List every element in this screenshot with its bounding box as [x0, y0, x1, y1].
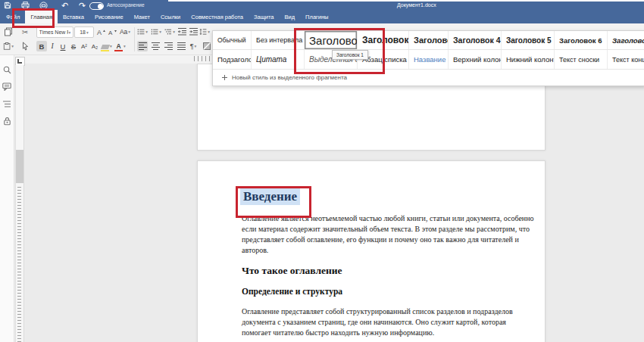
style-endnote-text[interactable]: Текст концевой сноски [608, 50, 644, 69]
new-style-label: Новый стиль из выделенного фрагмента [232, 74, 347, 81]
copy-button[interactable] [3, 26, 14, 37]
style-footnote-text[interactable]: Текст сноски [555, 50, 608, 69]
paragraph-line: если материал содержит значительный объе… [242, 224, 534, 235]
autosave-toggle[interactable] [89, 2, 104, 10]
font-name-select[interactable]: Times New Roman [36, 26, 73, 38]
paragraph-line: представляет собой оглавление, его функц… [242, 235, 534, 245]
paragraph-line: Оглавление является неотъемлемой частью … [242, 213, 534, 224]
tab-layout[interactable]: Макет [129, 10, 155, 23]
font-name-value: Times New Roman [39, 30, 68, 35]
top-bar: ↶ ↷ Автосохранение Документ1.docx Файл Г… [0, 0, 644, 23]
bullet-list-icon[interactable] [137, 26, 148, 37]
horizontal-ruler [194, 56, 211, 61]
numbered-list-icon[interactable] [151, 26, 161, 37]
style-heading-4[interactable]: Заголовок 4 [449, 31, 502, 49]
tab-plugins[interactable]: Плагины [300, 10, 333, 23]
tab-file[interactable]: Файл [1, 10, 25, 23]
print-icon[interactable] [21, 2, 30, 9]
window-top-strip [168, 0, 644, 2]
navigation-headings-icon[interactable] [2, 99, 11, 108]
change-case-icon[interactable]: Aa [118, 26, 132, 37]
styles-gallery-panel: Обычный Без интервала Заголовок 1 Заголо… [212, 30, 644, 86]
plus-icon [222, 75, 227, 80]
doc-heading-3: Определение и структура [242, 287, 342, 296]
new-style-button[interactable]: Новый стиль из выделенного фрагмента [213, 70, 644, 86]
quick-print-icon[interactable] [39, 2, 48, 9]
doc-paragraph-1: Оглавление является неотъемлемой частью … [242, 213, 534, 256]
left-panel [0, 54, 14, 342]
increase-indent-icon[interactable] [188, 26, 199, 37]
style-heading-2[interactable]: Заголовок 2 [358, 31, 409, 49]
doc-paragraph-2: Оглавление представляет собой структурир… [242, 306, 513, 338]
paragraph-line: Оглавление представляет собой структурир… [242, 306, 513, 317]
style-no-spacing[interactable]: Без интервала [252, 31, 305, 49]
font-size-select[interactable]: 18 [74, 26, 94, 38]
style-subtitle[interactable]: Подзаголовок [213, 50, 252, 69]
subscript-button[interactable]: A₂ [89, 41, 100, 51]
style-normal[interactable]: Обычный [213, 31, 252, 49]
tab-home[interactable]: Главная [25, 10, 58, 23]
svg-text:A: A [108, 30, 113, 36]
decrease-font-icon[interactable]: A [107, 26, 117, 37]
align-right-button[interactable] [163, 41, 174, 51]
shading-icon[interactable] [202, 41, 212, 51]
doc-heading-1: Введение [240, 188, 300, 205]
font-color-icon[interactable]: A [114, 41, 126, 51]
autosave-label: Автосохранение [107, 2, 145, 8]
font-size-value: 18 [80, 30, 86, 35]
select-tool-icon[interactable] [20, 41, 30, 51]
vertical-ruler [15, 65, 24, 342]
underline-button[interactable]: U [58, 41, 68, 51]
style-heading-6[interactable]: Заголовок 6 [555, 31, 608, 49]
style-heading-3[interactable]: Заголовок 3 [409, 31, 449, 49]
tab-references[interactable]: Ссылки [155, 10, 186, 23]
ribbon-tabs: Файл Главная Вставка Рисование Макет Ссы… [0, 10, 334, 23]
line-spacing-icon[interactable] [199, 26, 210, 37]
style-tooltip: Заголовок 1 [332, 50, 368, 60]
page-2[interactable]: Введение Оглавление является неотъемлемо… [197, 160, 546, 342]
style-footer[interactable]: Нижний колонтитул [502, 50, 555, 69]
search-icon[interactable] [2, 65, 11, 74]
tab-view[interactable]: Вид [280, 10, 301, 23]
bold-button[interactable]: B [36, 41, 47, 51]
styles-row-2: Подзаголовок Цитата Выделенная цитата Аб… [213, 50, 644, 70]
lock-icon[interactable] [2, 117, 11, 126]
cut-button[interactable]: ✂ [20, 26, 30, 37]
italic-button[interactable]: I [47, 41, 58, 51]
strikethrough-button[interactable]: S [68, 41, 79, 51]
comments-icon[interactable] [2, 82, 11, 91]
save-icon[interactable] [3, 2, 11, 9]
redo-icon[interactable]: ↷ [78, 2, 86, 9]
highlight-color-icon[interactable] [101, 41, 112, 51]
document-canvas: Введение Оглавление является неотъемлемо… [23, 64, 644, 342]
paragraph-line: авторов. [242, 245, 534, 256]
paragraph-marks-icon[interactable]: ¶ [188, 41, 199, 51]
style-heading-7[interactable]: Заголовок 7 [608, 31, 644, 49]
multilevel-list-icon[interactable] [164, 26, 175, 37]
tab-draw[interactable]: Рисование [89, 10, 129, 23]
toolbar-separator [134, 27, 135, 51]
styles-row-1: Обычный Без интервала Заголовок 1 Заголо… [213, 31, 644, 50]
tab-insert[interactable]: Вставка [58, 10, 89, 23]
document-title: Документ1.docx [397, 2, 436, 8]
paragraph-line: помогает читателю быстро находить нужную… [242, 328, 513, 338]
undo-icon[interactable]: ↶ [61, 2, 69, 9]
style-header[interactable]: Верхний колонтитул [449, 50, 502, 69]
tab-protection[interactable]: Защита [249, 10, 280, 23]
doc-heading-2: Что такое оглавление [242, 265, 342, 277]
align-left-button[interactable] [137, 41, 148, 51]
style-quote[interactable]: Цитата [252, 50, 305, 69]
align-justify-button[interactable] [176, 41, 186, 51]
align-center-button[interactable] [150, 41, 161, 51]
style-title[interactable]: Название [409, 50, 449, 69]
svg-text:A: A [97, 29, 102, 36]
paragraph-line: документа с указанием страниц, где они н… [242, 317, 513, 328]
paste-button[interactable] [3, 41, 14, 51]
decrease-indent-icon[interactable] [177, 26, 187, 37]
tab-collaboration[interactable]: Совместная работа [186, 10, 249, 23]
word-processor-window: ↶ ↷ Автосохранение Документ1.docx Файл Г… [0, 0, 644, 342]
superscript-button[interactable]: A² [79, 41, 89, 51]
style-heading-1[interactable]: Заголовок 1 [305, 31, 358, 49]
increase-font-icon[interactable]: A [95, 26, 106, 37]
style-heading-5[interactable]: Заголовок 5 [502, 31, 555, 49]
